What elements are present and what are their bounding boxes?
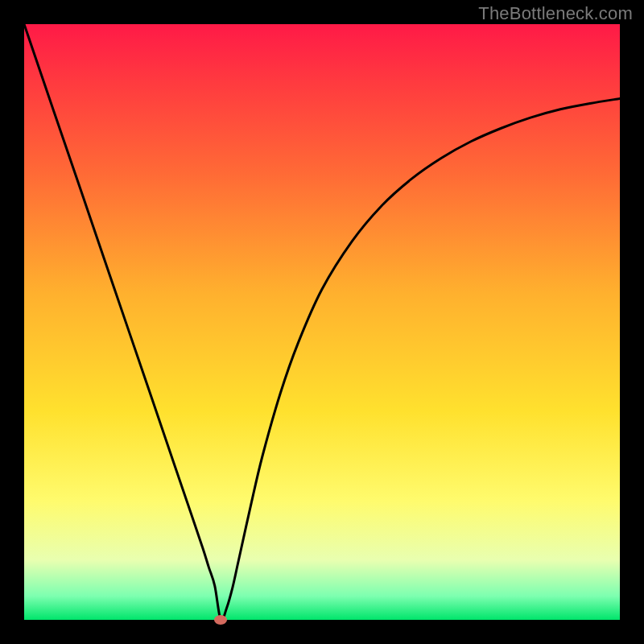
watermark-text: TheBottleneck.com xyxy=(478,3,633,24)
bottleneck-curve xyxy=(24,24,620,620)
chart-frame: TheBottleneck.com xyxy=(0,0,644,644)
plot-area xyxy=(24,24,620,620)
optimal-point-marker xyxy=(214,615,227,625)
